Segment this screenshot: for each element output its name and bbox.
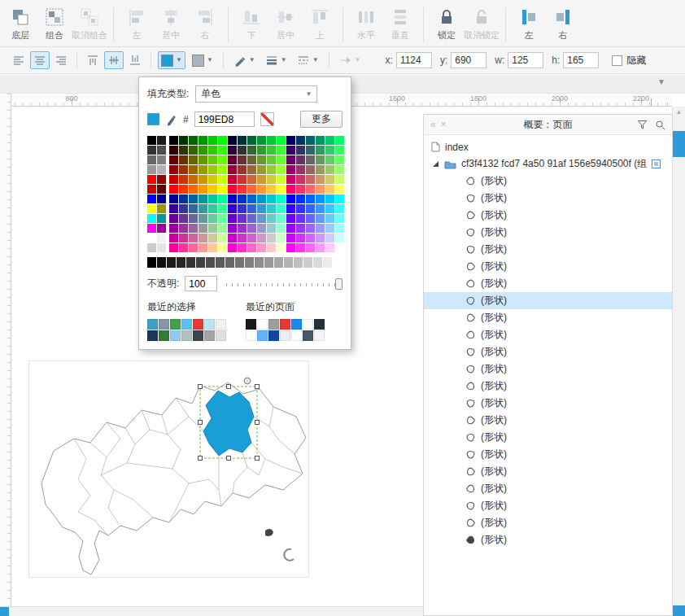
palette-color-swatch[interactable] xyxy=(325,185,334,194)
palette-color-swatch[interactable] xyxy=(228,243,237,252)
palette-gray-swatch[interactable] xyxy=(157,257,166,268)
palette-color-swatch[interactable] xyxy=(257,214,266,223)
tree-item-shape[interactable]: (形状) xyxy=(424,514,672,531)
palette-color-swatch[interactable] xyxy=(286,214,295,223)
palette-color-swatch[interactable] xyxy=(228,204,237,213)
palette-color-swatch[interactable] xyxy=(316,136,325,145)
palette-color-swatch[interactable] xyxy=(277,234,286,242)
recent-page-color-swatch[interactable] xyxy=(257,319,268,330)
palette-gray-swatch[interactable] xyxy=(196,257,205,268)
palette-color-swatch[interactable] xyxy=(147,194,156,203)
palette-color-swatch[interactable] xyxy=(306,175,315,184)
palette-color-swatch[interactable] xyxy=(335,204,344,213)
palette-color-swatch[interactable] xyxy=(199,243,207,252)
palette-color-swatch[interactable] xyxy=(199,224,207,233)
palette-color-swatch[interactable] xyxy=(296,243,305,252)
palette-color-swatch[interactable] xyxy=(169,214,178,223)
palette-gray-swatch[interactable] xyxy=(206,257,215,268)
palette-color-swatch[interactable] xyxy=(306,194,315,203)
palette-color-swatch[interactable] xyxy=(316,146,325,155)
palette-color-swatch[interactable] xyxy=(147,243,156,252)
horizontal-scrollbar-thumb[interactable] xyxy=(0,607,9,616)
palette-color-swatch[interactable] xyxy=(199,204,207,213)
tree-item-shape[interactable]: (形状) xyxy=(424,292,672,309)
palette-color-swatch[interactable] xyxy=(335,165,344,174)
map-region-selected[interactable] xyxy=(203,391,254,456)
palette-color-swatch[interactable] xyxy=(257,175,266,184)
palette-color-swatch[interactable] xyxy=(267,146,276,155)
palette-color-swatch[interactable] xyxy=(257,204,266,213)
palette-color-swatch[interactable] xyxy=(208,136,217,145)
vertical-scrollbar[interactable]: ▲ xyxy=(672,107,685,616)
palette-color-swatch[interactable] xyxy=(199,185,207,194)
palette-color-swatch[interactable] xyxy=(267,155,276,164)
palette-color-swatch[interactable] xyxy=(277,204,286,213)
palette-color-swatch[interactable] xyxy=(169,194,178,203)
palette-color-swatch[interactable] xyxy=(218,185,227,194)
line-style-button[interactable]: ▼ xyxy=(294,51,322,69)
palette-color-swatch[interactable] xyxy=(247,175,256,184)
palette-gray-swatch[interactable] xyxy=(177,257,185,268)
tree-item-shape[interactable]: (形状) xyxy=(424,326,672,343)
palette-color-swatch[interactable] xyxy=(277,136,286,145)
palette-color-swatch[interactable] xyxy=(316,224,325,233)
text-align-left-button[interactable] xyxy=(9,51,28,69)
palette-color-swatch[interactable] xyxy=(325,224,334,233)
palette-color-swatch[interactable] xyxy=(169,136,178,145)
palette-color-swatch[interactable] xyxy=(189,194,198,203)
tree-item-shape[interactable]: (形状) xyxy=(424,173,672,190)
palette-color-swatch[interactable] xyxy=(147,185,156,194)
tree-item-shape[interactable]: (形状) xyxy=(424,241,672,258)
search-icon[interactable] xyxy=(655,120,665,130)
palette-color-swatch[interactable] xyxy=(286,185,295,194)
palette-color-swatch[interactable] xyxy=(335,136,344,145)
palette-color-swatch[interactable] xyxy=(286,224,295,233)
palette-color-swatch[interactable] xyxy=(147,136,156,145)
palette-color-swatch[interactable] xyxy=(296,194,305,203)
palette-color-swatch[interactable] xyxy=(335,224,344,233)
palette-color-swatch[interactable] xyxy=(316,185,325,194)
palette-color-swatch[interactable] xyxy=(316,155,325,164)
text-align-center-button[interactable] xyxy=(30,51,50,69)
palette-color-swatch[interactable] xyxy=(208,175,217,184)
palette-color-swatch[interactable] xyxy=(296,136,305,145)
palette-color-swatch[interactable] xyxy=(228,224,237,233)
page-align-left-button[interactable]: 左 xyxy=(512,3,546,46)
palette-color-swatch[interactable] xyxy=(306,136,315,145)
palette-color-swatch[interactable] xyxy=(325,214,334,223)
tree-item-shape[interactable]: (形状) xyxy=(424,446,672,463)
palette-color-swatch[interactable] xyxy=(179,234,188,242)
recent-color-swatch[interactable] xyxy=(204,319,215,330)
palette-color-swatch[interactable] xyxy=(208,224,217,233)
vertical-align-top-button[interactable] xyxy=(83,51,103,69)
palette-color-swatch[interactable] xyxy=(228,214,237,223)
opacity-input[interactable] xyxy=(185,276,217,291)
palette-gray-swatch[interactable] xyxy=(274,257,283,268)
palette-color-swatch[interactable] xyxy=(228,234,237,242)
palette-color-swatch[interactable] xyxy=(335,175,344,184)
palette-color-swatch[interactable] xyxy=(218,165,227,174)
tree-item-shape[interactable]: (形状) xyxy=(424,275,672,292)
shadow-color-button[interactable]: ▼ xyxy=(189,51,216,69)
tree-item-shape[interactable]: (形状) xyxy=(424,309,672,326)
filter-icon[interactable] xyxy=(637,120,648,130)
palette-color-swatch[interactable] xyxy=(277,175,286,184)
palette-color-swatch[interactable] xyxy=(296,204,305,213)
palette-color-swatch[interactable] xyxy=(179,204,188,213)
opacity-slider[interactable] xyxy=(226,277,342,291)
palette-color-swatch[interactable] xyxy=(296,185,305,194)
recent-page-color-swatch[interactable] xyxy=(303,319,313,330)
recent-page-color-swatch[interactable] xyxy=(291,330,302,341)
palette-color-swatch[interactable] xyxy=(169,224,178,233)
palette-color-swatch[interactable] xyxy=(147,204,156,213)
recent-color-swatch[interactable] xyxy=(181,319,192,330)
expand-triangle-icon[interactable] xyxy=(432,160,439,168)
palette-color-swatch[interactable] xyxy=(325,146,334,155)
palette-gray-swatch[interactable] xyxy=(235,257,244,268)
palette-color-swatch[interactable] xyxy=(218,214,227,223)
palette-color-swatch[interactable] xyxy=(267,165,276,174)
tree-item-shape[interactable]: (形状) xyxy=(424,360,672,378)
palette-color-swatch[interactable] xyxy=(157,185,166,194)
palette-color-swatch[interactable] xyxy=(277,146,286,155)
palette-color-swatch[interactable] xyxy=(147,155,156,164)
